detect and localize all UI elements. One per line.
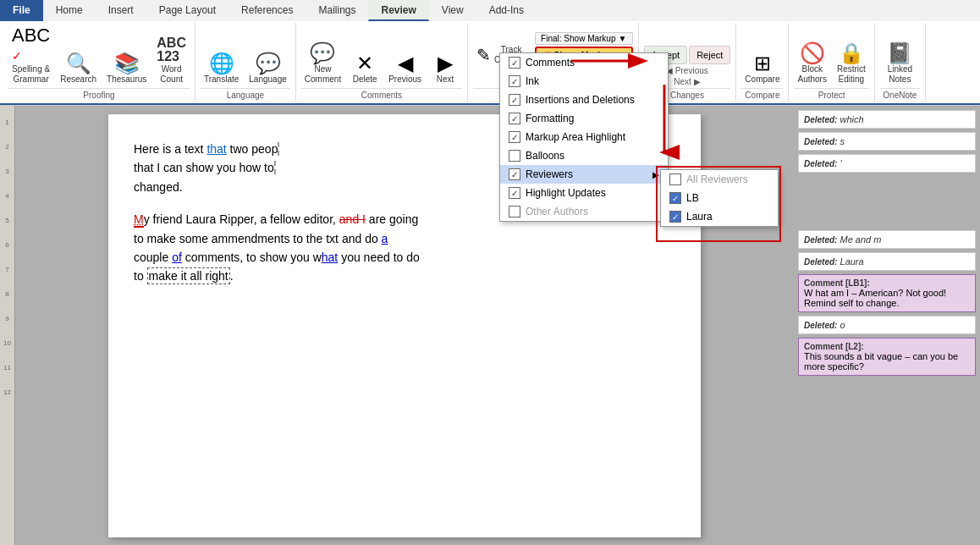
margin-note-comment-lb: Comment [LB1]: W hat am I – American? No… (798, 274, 976, 312)
tab-references[interactable]: References (228, 0, 306, 21)
tracked-make-it: make it all right (147, 267, 230, 284)
lb-checkbox: ✓ (669, 192, 681, 204)
comment-lb-text: W hat am I – American? Not good! Remind … (804, 288, 970, 308)
group-language: 🌐 Translate 💬 Language Language (195, 23, 296, 102)
tracked-and-i: and I (339, 212, 366, 226)
restrict-editing-icon: 🔒 (839, 43, 864, 63)
del4-text: Me and m (840, 234, 882, 245)
comment-l2-label: Comment [L2]: (804, 342, 970, 351)
language-button[interactable]: 💬 Language (245, 52, 290, 86)
block-authors-label: BlockAuthors (797, 64, 826, 85)
previous-icon: ◀ (398, 53, 413, 74)
previous-comment-button[interactable]: ◀ Previous (385, 52, 425, 86)
group-onenote: 📓 LinkedNotes OneNote (875, 23, 926, 102)
dropdown-markup-highlight-item[interactable]: ✓ Markup Area Highlight (500, 128, 668, 146)
final-show-markup-label: Final: Show Markup (541, 34, 615, 43)
margin-note-del3: Deleted: ' (798, 154, 976, 173)
proofing-group-label: Proofing (8, 88, 190, 100)
spelling-icon: ABC✓ (12, 26, 50, 63)
document-area: 1 2 3 4 5 6 7 8 9 10 11 12 Here is a tex… (0, 106, 980, 545)
del3-label: Deleted: (804, 159, 837, 168)
research-icon: 🔍 (66, 53, 91, 74)
all-reviewers-item[interactable]: All Reviewers (661, 170, 778, 189)
linked-notes-button[interactable]: 📓 LinkedNotes (883, 41, 917, 86)
language-label: Language (249, 74, 287, 85)
compare-button[interactable]: ⊞ Compare (741, 52, 783, 86)
new-comment-button[interactable]: 💬 NewComment (301, 41, 344, 86)
tab-insert[interactable]: Insert (96, 0, 146, 21)
reject-button[interactable]: Reject (689, 46, 730, 64)
compare-label: Compare (745, 74, 779, 85)
translate-button[interactable]: 🌐 Translate (201, 52, 242, 86)
laura-reviewer-item[interactable]: ✓ Laura (661, 207, 778, 226)
para1-truncation2 (274, 161, 276, 174)
compare-buttons: ⊞ Compare (741, 25, 783, 86)
dropdown-highlight-updates-item[interactable]: ✓ Highlight Updates (500, 184, 668, 202)
language-buttons: 🌐 Translate 💬 Language (201, 25, 290, 86)
ruler-num-1: 1 (5, 118, 8, 126)
comments-checkbox: ✓ (509, 57, 520, 69)
tab-review[interactable]: Review (368, 0, 428, 21)
delete-comment-button[interactable]: ✕ Delete (348, 52, 382, 86)
ruler-num-12: 12 (3, 388, 11, 396)
balloons-item-label: Balloons (526, 150, 564, 162)
del3-text: ' (840, 158, 842, 168)
ruler-num-5: 5 (5, 217, 8, 224)
dropdown-formatting-item[interactable]: ✓ Formatting (500, 109, 668, 128)
block-authors-button[interactable]: 🚫 BlockAuthors (794, 41, 829, 86)
comment-lb-label: Comment [LB1]: (804, 278, 970, 288)
final-show-markup-button[interactable]: Final: Show Markup ▼ (535, 32, 632, 45)
spelling-grammar-button[interactable]: ABC✓ Spelling &Grammar (8, 25, 53, 86)
tab-mailings[interactable]: Mailings (306, 0, 368, 21)
del4-label: Deleted: (804, 235, 837, 245)
tab-file[interactable]: File (0, 0, 43, 21)
dropdown-insertions-item[interactable]: ✓ Insertions and Deletions (500, 91, 668, 109)
protect-buttons: 🚫 BlockAuthors 🔒 RestrictEditing (794, 25, 868, 86)
dropdown-reviewers-item[interactable]: ✓ Reviewers ▶ (500, 165, 668, 184)
restrict-editing-label: RestrictEditing (837, 64, 866, 85)
dropdown-other-authors-item[interactable]: Other Authors (500, 202, 668, 221)
word-count-icon: ABC123 (157, 36, 186, 63)
tab-add-ins[interactable]: Add-Ins (476, 0, 537, 21)
all-reviewers-checkbox (669, 173, 681, 185)
all-reviewers-label: All Reviewers (686, 173, 748, 185)
tab-home[interactable]: Home (43, 0, 96, 21)
markup-highlight-label: Markup Area Highlight (526, 131, 625, 143)
markup-highlight-checkbox: ✓ (509, 131, 520, 143)
delete-icon: ✕ (356, 53, 373, 74)
ruler-num-7: 7 (5, 266, 8, 273)
next-icon: ▶ (438, 53, 453, 74)
tab-view[interactable]: View (429, 0, 476, 21)
del2-text: s (840, 136, 845, 146)
dropdown-comments-item[interactable]: ✓ Comments (500, 53, 668, 72)
reviewers-checkbox: ✓ (509, 168, 520, 180)
margin-note-del1: Deleted: which (798, 110, 976, 129)
word-count-button[interactable]: ABC123 WordCount (153, 35, 190, 86)
ruler-num-6: 6 (5, 241, 8, 249)
linked-notes-label: LinkedNotes (888, 64, 912, 85)
tab-page-layout[interactable]: Page Layout (146, 0, 228, 21)
dropdown-ink-item[interactable]: ✓ Ink (500, 72, 668, 91)
spelling-label: Spelling &Grammar (12, 64, 50, 85)
lb-reviewer-item[interactable]: ✓ LB (661, 189, 778, 207)
proofing-buttons: ABC✓ Spelling &Grammar 🔍 Research 📚 Thes… (8, 25, 190, 86)
para1-truncation (278, 142, 279, 156)
new-comment-icon: 💬 (310, 43, 335, 63)
ink-item-label: Ink (526, 75, 539, 87)
research-button[interactable]: 🔍 Research (57, 52, 100, 86)
balloons-checkbox (509, 150, 520, 162)
del5-label: Deleted: (804, 257, 837, 267)
ink-checkbox: ✓ (509, 75, 520, 87)
comment-l2-text: This sounds a bit vague – can you be mor… (804, 351, 970, 372)
ribbon-tabs: File Home Insert Page Layout References … (0, 0, 980, 21)
highlight-updates-checkbox: ✓ (509, 187, 520, 199)
restrict-editing-button[interactable]: 🔒 RestrictEditing (834, 41, 869, 86)
dropdown-balloons-item[interactable]: Balloons (500, 146, 668, 165)
lb-label: LB (686, 192, 699, 204)
next-comment-button[interactable]: ▶ Next (428, 52, 462, 86)
laura-checkbox: ✓ (669, 211, 681, 223)
dropdown-arrow-icon: ▼ (618, 34, 626, 43)
tracked-hat: hat (322, 250, 338, 264)
comments-group-label: Comments (301, 88, 462, 100)
thesaurus-button[interactable]: 📚 Thesaurus (103, 52, 150, 86)
